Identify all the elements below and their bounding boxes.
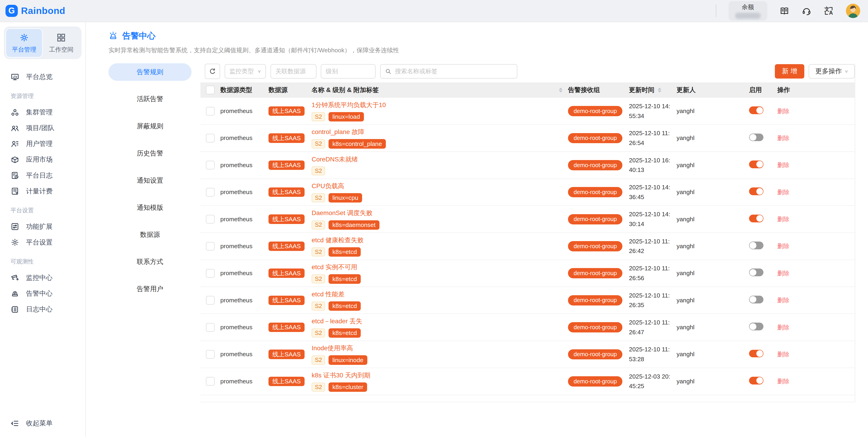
sidebar-item-集群管理[interactable]: 集群管理 (4, 104, 82, 120)
user-avatar[interactable] (846, 4, 860, 18)
delete-link[interactable]: 删除 (777, 378, 789, 385)
row-checkbox[interactable] (206, 188, 215, 196)
subnav-item-联系方式[interactable]: 联系方式 (108, 253, 191, 271)
monitor-type-select[interactable]: 监控类型 ∨ (225, 64, 266, 79)
severity-badge: S2 (312, 112, 325, 121)
language-translate-icon[interactable]: 文 A (824, 6, 834, 16)
row-checkbox[interactable] (206, 323, 215, 332)
delete-link[interactable]: 删除 (777, 270, 789, 277)
sidebar-item-功能扩展[interactable]: 功能扩展 (4, 219, 82, 235)
enable-toggle[interactable] (749, 215, 764, 222)
delete-link[interactable]: 删除 (777, 351, 789, 358)
rule-name-link[interactable]: etcd－leader 丢失 (312, 317, 362, 325)
datasource-tag: 线上SAAS (269, 160, 305, 170)
subnav-item-数据源[interactable]: 数据源 (108, 226, 191, 244)
delete-link[interactable]: 删除 (777, 324, 789, 331)
row-checkbox[interactable] (206, 215, 215, 223)
delete-link[interactable]: 删除 (777, 216, 789, 223)
docs-book-icon[interactable] (779, 6, 789, 16)
enable-toggle[interactable] (749, 296, 764, 304)
rule-name-link[interactable]: k8s 证书30 天内到期 (312, 371, 370, 380)
delete-link[interactable]: 删除 (777, 189, 789, 196)
rule-name-link[interactable]: 1分钟系统平均负载大于10 (312, 101, 386, 110)
name-cell: CPU负载高S2linux=cpu (312, 182, 568, 202)
sidebar-item-计量计费[interactable]: 计量计费 (4, 183, 82, 199)
updater-cell: yanghl (674, 297, 749, 304)
search-input[interactable]: 搜索名称或标签 (380, 64, 517, 79)
row-checkbox[interactable] (206, 107, 215, 116)
enable-toggle[interactable] (749, 269, 764, 276)
row-checkbox[interactable] (206, 134, 215, 143)
sidebar-item-日志中心[interactable]: 日志中心 (4, 301, 82, 317)
refresh-button[interactable] (205, 64, 220, 79)
receiver-group-tag: demo-root-group (568, 106, 622, 116)
rule-name-link[interactable]: DaemonSet 调度失败 (312, 209, 379, 217)
more-actions-button[interactable]: 更多操作 ∨ (809, 64, 855, 79)
row-checkbox[interactable] (206, 350, 215, 359)
severity-badge: S2 (312, 329, 325, 338)
delete-link[interactable]: 删除 (777, 243, 789, 250)
tab-workspace[interactable]: 工作空间 (43, 28, 80, 58)
rainbond-logo[interactable]: G Rainbond (5, 5, 65, 17)
subnav-item-告警用户[interactable]: 告警用户 (108, 280, 191, 298)
row-checkbox[interactable] (206, 242, 215, 251)
sidebar-item-平台设置[interactable]: 平台设置 (4, 235, 82, 250)
sidebar-item-项目/团队[interactable]: 项目/团队 (4, 120, 82, 136)
receiver-group-tag: demo-root-group (568, 268, 622, 278)
sidebar-item-应用市场[interactable]: 应用市场 (4, 152, 82, 167)
subnav-item-活跃告警[interactable]: 活跃告警 (108, 90, 191, 108)
sidebar-item-告警中心[interactable]: 告警中心 (4, 286, 82, 301)
delete-link[interactable]: 删除 (777, 108, 789, 115)
rule-name-link[interactable]: control_plane 故障 (312, 128, 386, 136)
subnav-item-历史告警[interactable]: 历史告警 (108, 145, 191, 162)
row-checkbox[interactable] (206, 161, 215, 169)
enable-toggle[interactable] (749, 323, 764, 331)
enable-toggle[interactable] (749, 242, 764, 249)
sidebar-item-用户管理[interactable]: 用户管理 (4, 136, 82, 152)
collapse-menu-button[interactable]: 收起菜单 (4, 415, 82, 431)
level-input[interactable]: 级别 (321, 64, 376, 79)
enable-toggle[interactable] (749, 106, 764, 114)
sidebar-item-平台日志[interactable]: 平台日志 (4, 167, 82, 183)
subnav-item-屏蔽规则[interactable]: 屏蔽规则 (108, 117, 191, 135)
datasource-type-cell: prometheus (220, 324, 269, 331)
sort-control-updated[interactable] (658, 88, 661, 92)
rule-name-link[interactable]: CoreDNS未就绪 (312, 155, 358, 164)
row-checkbox[interactable] (206, 269, 215, 278)
row-checkbox[interactable] (206, 377, 215, 386)
rule-name-link[interactable]: CPU负载高 (312, 182, 362, 190)
datasource-tag: 线上SAAS (269, 242, 305, 251)
select-all-checkbox[interactable] (206, 86, 215, 94)
updater-cell: yanghl (674, 107, 749, 115)
updated-time: 2025-12-10 16:40:13 (629, 155, 671, 175)
col-header-updater: 更新人 (674, 86, 749, 94)
enable-toggle[interactable] (749, 133, 764, 141)
enable-toggle[interactable] (749, 350, 764, 357)
sidebar-item-监控中心[interactable]: 监控中心 (4, 270, 82, 286)
subnav-item-通知设置[interactable]: 通知设置 (108, 172, 191, 189)
receiver-group-cell: demo-root-group (568, 106, 629, 116)
datasource-input[interactable]: 关联数据源 (271, 64, 316, 79)
add-button[interactable]: 新 增 (775, 64, 804, 79)
subnav-item-告警规则[interactable]: 告警规则 (108, 63, 191, 81)
enable-toggle[interactable] (749, 187, 764, 195)
datasource-type-cell: prometheus (220, 297, 269, 304)
sort-control-name[interactable] (559, 88, 562, 92)
row-checkbox[interactable] (206, 296, 215, 305)
balance-widget[interactable]: 余额 (728, 1, 767, 20)
subnav-item-通知模版[interactable]: 通知模版 (108, 199, 191, 217)
toggle-knob (749, 242, 756, 249)
delete-link[interactable]: 删除 (777, 297, 789, 304)
rule-name-link[interactable]: etcd 健康检查失败 (312, 236, 364, 245)
delete-link[interactable]: 删除 (777, 135, 789, 142)
rule-name-link[interactable]: Inode使用率高 (312, 344, 367, 352)
sidebar-item-平台总览[interactable]: 平台总览 (4, 69, 82, 85)
support-headset-icon[interactable] (802, 6, 812, 16)
rule-name-link[interactable]: etcd 性能差 (312, 290, 361, 299)
rule-name-link[interactable]: etcd 实例不可用 (312, 263, 361, 272)
tab-platform-admin[interactable]: 平台管理 (5, 28, 43, 58)
delete-link[interactable]: 删除 (777, 162, 789, 168)
enable-toggle[interactable] (749, 160, 764, 168)
table-row: prometheus线上SAASk8s 证书30 天内到期S2k8s=clust… (200, 368, 855, 395)
enable-toggle[interactable] (749, 377, 764, 384)
